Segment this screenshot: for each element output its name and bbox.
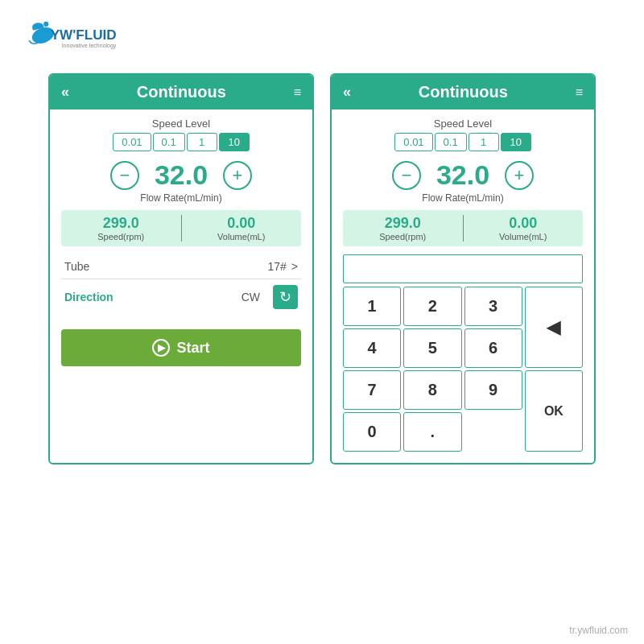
left-flow-rate-label: Flow Rate(mL/min) — [61, 192, 301, 204]
numpad-5[interactable]: 5 — [403, 328, 461, 368]
left-speed-value: 299.0 — [61, 215, 181, 232]
left-play-icon: ▶ — [152, 339, 170, 357]
right-stats-row: 299.0 Speed(rpm) 0.00 Volume(mL) — [343, 210, 583, 246]
left-tube-label: Tube — [64, 260, 89, 273]
panels-container: « Continuous ≡ Speed Level 0.01 0.1 1 10… — [0, 65, 644, 473]
right-volume-stat: 0.00 Volume(mL) — [464, 215, 584, 242]
right-decrease-btn[interactable]: − — [392, 161, 421, 190]
right-speed-btn-3[interactable]: 10 — [501, 133, 531, 151]
left-start-label: Start — [176, 340, 209, 357]
left-stats-row: 299.0 Speed(rpm) 0.00 Volume(mL) — [61, 210, 301, 246]
left-speed-btn-0[interactable]: 0.01 — [113, 133, 151, 151]
left-menu-icon[interactable]: ≡ — [294, 85, 301, 100]
numpad-area: 1 2 3 ◀ 4 5 6 7 8 9 OK 0 . — [343, 254, 583, 452]
numpad-8[interactable]: 8 — [403, 370, 461, 410]
right-speed-stat: 299.0 Speed(rpm) — [343, 215, 464, 242]
right-flow-rate-label: Flow Rate(mL/min) — [343, 192, 583, 204]
numpad-4[interactable]: 4 — [343, 328, 401, 368]
svg-text:YW'FLUID: YW'FLUID — [51, 27, 117, 43]
left-tube-row[interactable]: Tube 17# > — [61, 254, 301, 279]
logo-svg: YW'FLUID Innovative technology — [24, 14, 137, 59]
svg-text:Innovative technology: Innovative technology — [62, 43, 117, 50]
right-back-button[interactable]: « — [343, 84, 351, 101]
logo-area: YW'FLUID Innovative technology — [0, 0, 644, 65]
right-speed-value: 299.0 — [343, 215, 463, 232]
numpad-backspace[interactable]: ◀ — [525, 287, 583, 368]
left-volume-value: 0.00 — [182, 215, 302, 232]
left-speed-levels: 0.01 0.1 1 10 — [61, 133, 301, 151]
left-panel-body: Speed Level 0.01 0.1 1 10 − 32.0 + Flow … — [50, 109, 312, 378]
left-speed-btn-2[interactable]: 1 — [187, 133, 217, 151]
numpad-2[interactable]: 2 — [403, 287, 461, 326]
left-panel-title: Continuous — [77, 83, 286, 101]
left-volume-stat: 0.00 Volume(mL) — [182, 215, 302, 242]
numpad-ok[interactable]: OK — [525, 370, 583, 452]
right-volume-label: Volume(mL) — [464, 232, 584, 242]
numpad-3[interactable]: 3 — [464, 287, 522, 326]
numpad-9[interactable]: 9 — [464, 370, 522, 410]
numpad-input[interactable] — [343, 254, 583, 283]
left-tube-chevron: > — [291, 260, 298, 273]
left-volume-label: Volume(mL) — [182, 232, 302, 242]
left-direction-row: Direction CW ↻ — [61, 279, 301, 315]
numpad-dot[interactable]: . — [403, 412, 461, 452]
left-back-button[interactable]: « — [61, 84, 69, 101]
right-speed-levels: 0.01 0.1 1 10 — [343, 133, 583, 151]
numpad-1[interactable]: 1 — [343, 287, 401, 326]
left-speed-btn-3[interactable]: 10 — [219, 133, 250, 151]
right-increase-btn[interactable]: + — [505, 161, 534, 190]
right-flow-value: 32.0 — [431, 159, 495, 191]
right-panel-body: Speed Level 0.01 0.1 1 10 − 32.0 + Flow … — [332, 109, 594, 463]
left-decrease-btn[interactable]: − — [110, 161, 139, 190]
left-increase-btn[interactable]: + — [223, 161, 252, 190]
left-flow-value: 32.0 — [149, 159, 213, 191]
right-speed-btn-2[interactable]: 1 — [469, 133, 499, 151]
numpad-0[interactable]: 0 — [343, 412, 401, 452]
right-panel-title: Continuous — [359, 83, 568, 101]
right-panel-header: « Continuous ≡ — [332, 75, 594, 109]
numpad-7[interactable]: 7 — [343, 370, 401, 410]
right-speed-label: Speed(rpm) — [343, 232, 463, 242]
numpad-6[interactable]: 6 — [464, 328, 522, 368]
right-speed-btn-1[interactable]: 0.1 — [435, 133, 467, 151]
left-speed-stat: 299.0 Speed(rpm) — [61, 215, 182, 242]
left-panel-header: « Continuous ≡ — [50, 75, 312, 109]
left-speed-label: Speed(rpm) — [61, 232, 181, 242]
right-speed-level-label: Speed Level — [343, 118, 583, 130]
right-volume-value: 0.00 — [464, 215, 584, 232]
numpad-grid: 1 2 3 ◀ 4 5 6 7 8 9 OK 0 . — [343, 287, 583, 452]
left-tube-value: 17# — [267, 260, 286, 273]
left-direction-toggle[interactable]: ↻ — [273, 285, 298, 309]
left-speed-level-label: Speed Level — [61, 118, 301, 130]
left-start-button[interactable]: ▶ Start — [61, 329, 301, 366]
left-flow-rate-row: − 32.0 + — [61, 159, 301, 191]
left-panel: « Continuous ≡ Speed Level 0.01 0.1 1 10… — [48, 73, 314, 464]
left-speed-btn-1[interactable]: 0.1 — [153, 133, 185, 151]
right-panel: « Continuous ≡ Speed Level 0.01 0.1 1 10… — [330, 73, 596, 464]
right-speed-btn-0[interactable]: 0.01 — [394, 133, 432, 151]
watermark: tr.ywfluid.com — [569, 625, 628, 636]
left-direction-value: CW — [242, 291, 260, 303]
left-direction-label: Direction — [64, 291, 114, 303]
svg-point-1 — [43, 22, 48, 27]
right-menu-icon[interactable]: ≡ — [576, 85, 583, 100]
right-flow-rate-row: − 32.0 + — [343, 159, 583, 191]
